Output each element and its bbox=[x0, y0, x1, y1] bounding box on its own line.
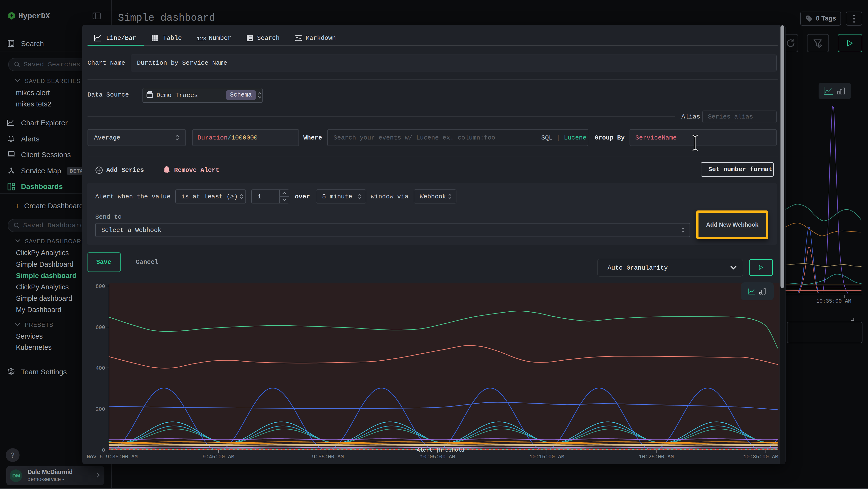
svg-text:10:15:00 AM: 10:15:00 AM bbox=[529, 454, 564, 460]
svg-text:200: 200 bbox=[95, 406, 105, 412]
svg-text:0: 0 bbox=[102, 448, 105, 454]
svg-text:9:55:00 AM: 9:55:00 AM bbox=[312, 454, 344, 460]
svg-text:9:45:00 AM: 9:45:00 AM bbox=[203, 454, 235, 460]
svg-text:Nov 6 9:35:00 AM: Nov 6 9:35:00 AM bbox=[87, 454, 138, 460]
svg-text:600: 600 bbox=[95, 325, 105, 331]
svg-text:Alert Threshold: Alert Threshold bbox=[416, 447, 464, 453]
svg-text:400: 400 bbox=[95, 366, 105, 371]
svg-text:10:25:00 AM: 10:25:00 AM bbox=[639, 454, 674, 460]
svg-text:800: 800 bbox=[95, 284, 105, 290]
svg-text:10:05:00 AM: 10:05:00 AM bbox=[420, 454, 455, 460]
svg-text:10:35:00 AM: 10:35:00 AM bbox=[743, 454, 778, 460]
